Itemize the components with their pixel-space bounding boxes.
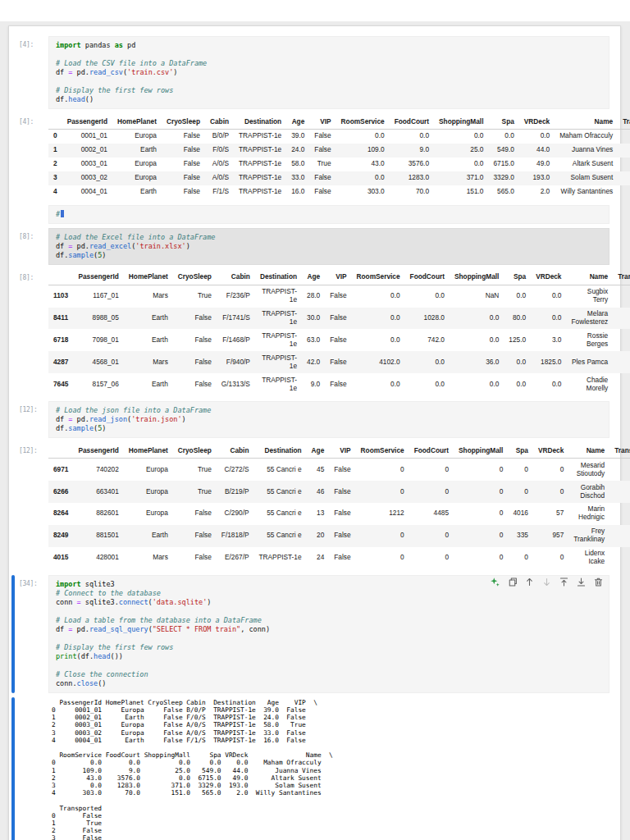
table-cell: 0 (533, 481, 568, 503)
code-token: pd (123, 41, 135, 49)
code-token: pd. (72, 625, 89, 633)
table-cell: 4568_01 (73, 351, 123, 373)
table-cell: False (609, 525, 630, 547)
duplicate-cell-button[interactable] (506, 577, 518, 588)
cell-content: import sqlite3# Connect to the databasec… (48, 575, 609, 693)
format-cell-button[interactable] (489, 577, 500, 588)
code-cell[interactable]: [4]:import pandas as pd # Load the CSV f… (9, 36, 620, 109)
table-cell: Gorabih Dischod (568, 481, 609, 503)
cell-collapser[interactable] (11, 228, 15, 265)
cell-collapser[interactable] (11, 205, 15, 224)
dataframe-table: PassengerIdHomePlanetCryoSleepCabinDesti… (48, 271, 630, 395)
table-cell: 0.0 (336, 129, 390, 143)
output-cell[interactable]: [12]:PassengerIdHomePlanetCryoSleepCabin… (9, 442, 620, 570)
column-header: CryoSleep (173, 271, 217, 285)
column-header: Cabin (217, 271, 255, 285)
table-cell: Europa (112, 129, 162, 143)
table-cell: 24.0 (286, 144, 309, 158)
move-cell-down-button[interactable] (541, 577, 552, 588)
insert-cell-below-button[interactable] (575, 577, 587, 588)
code-token: 'data.sqlite' (153, 598, 208, 606)
code-editor[interactable]: import sqlite3# Connect to the databasec… (48, 575, 609, 693)
table-cell: Solam Susent (555, 171, 618, 185)
output-cell[interactable]: [4]:PassengerIdHomePlanetCryoSleepCabinD… (9, 113, 620, 201)
code-editor[interactable]: # (48, 205, 609, 224)
table-cell: 0.0 (390, 129, 434, 143)
cell-content: PassengerIdHomePlanetCryoSleepCabinDesti… (48, 113, 609, 201)
code-token: ) (182, 415, 186, 423)
table-cell: TRAPPIST-1e (255, 329, 302, 351)
table-header-row: PassengerIdHomePlanetCryoSleepCabinDesti… (48, 115, 630, 129)
code-cell[interactable]: [8]:# Load the Excel file into a DataFra… (9, 228, 620, 265)
insert-cell-above-button[interactable] (558, 577, 569, 588)
output-cell[interactable]: PassengerId HomePlanet CryoSleep Cabin D… (9, 697, 620, 840)
cell-collapser[interactable] (11, 442, 15, 570)
code-token: 'train.csv' (127, 68, 173, 76)
row-index: 4287 (48, 351, 73, 373)
table-cell: 57 (533, 503, 568, 525)
table-cell: TRAPPIST-1e (234, 144, 286, 158)
table-cell: 0.0 (504, 285, 531, 307)
code-token: ) (173, 68, 177, 76)
table-row: 6266663401EuropaTrueB/219/P55 Cancri e46… (48, 481, 630, 503)
table-cell: 0 (508, 481, 532, 503)
cell-collapser[interactable] (11, 36, 15, 109)
cell-collapser[interactable] (11, 269, 15, 397)
cell-collapser[interactable] (11, 401, 15, 438)
table-cell: False (609, 547, 630, 569)
code-token: 'train.json' (131, 415, 181, 423)
cell-collapser[interactable] (11, 113, 15, 201)
format-cell-icon (490, 577, 500, 587)
table-cell: 151.0 (434, 185, 488, 199)
table-cell: Earth (124, 329, 173, 351)
table-cell: 58.0 (286, 158, 309, 171)
table-cell: F/1741/S (217, 308, 255, 330)
column-header: Cabin (217, 444, 254, 458)
table-cell: TRAPPIST-1e (255, 308, 302, 330)
cell-collapser[interactable] (11, 697, 15, 840)
code-token: df (56, 625, 68, 633)
column-header (48, 271, 73, 285)
table-cell: 0004_01 (62, 185, 112, 199)
text-cursor (61, 210, 64, 217)
table-cell: 49.0 (519, 158, 555, 171)
code-line: df.head() (56, 95, 602, 104)
code-editor[interactable]: import pandas as pd # Load the CSV file … (48, 36, 609, 109)
column-header: ShoppingMall (434, 115, 488, 129)
table-cell: False (162, 144, 205, 158)
code-cell[interactable]: [12]:# Load the json file into a DataFra… (9, 401, 620, 438)
table-cell: False (173, 329, 217, 351)
code-cell[interactable]: # (9, 205, 620, 224)
table-cell: 4016 (508, 503, 532, 525)
table-cell: 55 Cancri e (254, 503, 307, 525)
table-cell: Europa (124, 503, 173, 525)
table-cell: Earth (124, 373, 173, 395)
output-cell[interactable]: [8]:PassengerIdHomePlanetCryoSleepCabinD… (9, 269, 620, 397)
delete-cell-button[interactable] (592, 577, 604, 588)
code-token: conn (56, 598, 77, 606)
column-header: Spa (508, 444, 532, 458)
cell-content: # Load the json file into a DataFramedf … (48, 401, 609, 438)
column-header: FoodCourt (409, 444, 454, 458)
table-cell: False (162, 171, 205, 185)
table-cell: 70.0 (390, 185, 434, 199)
table-cell: 0.0 (434, 158, 488, 171)
table-cell: 1028.0 (405, 308, 450, 330)
table-cell: 4102.0 (352, 351, 405, 373)
code-token: df (56, 242, 68, 250)
table-cell: False (173, 547, 217, 569)
table-cell: TRAPPIST-1e (255, 351, 302, 373)
cell-collapser[interactable] (11, 575, 15, 693)
column-header: Destination (234, 115, 286, 129)
table-cell: 8988_05 (73, 308, 123, 330)
code-token: sqlite3. (81, 598, 119, 606)
table-cell: False (325, 285, 351, 307)
code-cell[interactable]: [34]:import sqlite3# Connect to the data… (9, 575, 620, 693)
code-token: df (56, 68, 68, 76)
move-cell-up-button[interactable] (523, 577, 535, 588)
code-editor[interactable]: # Load the json file into a DataFramedf … (48, 401, 609, 438)
table-cell: False (325, 373, 351, 395)
code-token: read_csv (89, 68, 123, 76)
table-cell: 0.0 (405, 373, 450, 395)
code-editor[interactable]: # Load the Excel file into a DataFramedf… (48, 228, 609, 265)
